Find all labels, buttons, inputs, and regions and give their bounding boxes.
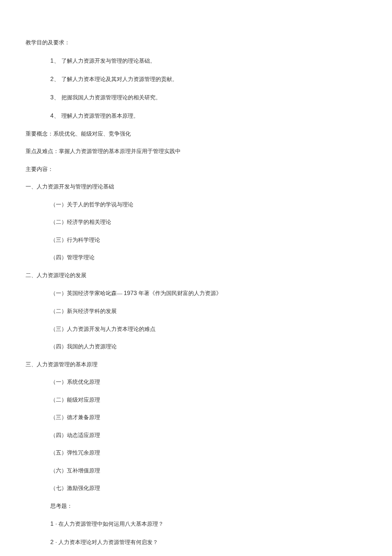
objective-text: 了解人力资本理论及其对人力资源管理的贡献。 [61, 76, 178, 82]
focus-label: 重点及难点： [26, 148, 59, 154]
part2-item: （二）新兴经济学科的发展 [26, 307, 366, 316]
part3-item: （二）能级对应原理 [26, 396, 366, 404]
part2-item: （三）人力资源开发与人力资本理论的难点 [26, 325, 366, 333]
focus-text: 掌握人力资源管理的基本原理并应用于管理实践中 [59, 148, 181, 154]
part3-item: （三）德才兼备原理 [26, 413, 366, 422]
part2-item1-year: 1973 [124, 290, 138, 296]
part3-item: （四）动态适应原理 [26, 431, 366, 440]
main-content-label: 主要内容： [26, 165, 366, 174]
part3-item: （五）弹性冗余原理 [26, 449, 366, 457]
question-num: 2 · [50, 539, 58, 545]
objective-text: 把握我国人力资源管理理论的相关研究。 [61, 94, 161, 101]
objective-num: 3、 [50, 94, 61, 101]
question-item: 1 · 在人力资源管理中如何运用八大基本原理？ [26, 519, 366, 528]
questions-label: 思考题： [26, 502, 366, 510]
objective-item: 2、 了解人力资本理论及其对人力资源管理的贡献。 [26, 75, 366, 84]
question-item: 2 · 人力资本理论对人力资源管理有何启发？ [26, 538, 366, 547]
objective-num: 1、 [50, 57, 61, 64]
part1-title: 一、人力资源开发与管理的理论基础 [26, 182, 366, 191]
objective-text: 理解人力资源管理的基本原理。 [61, 113, 139, 119]
question-text: 在人力资源管理中如何运用八大基本原理？ [58, 521, 164, 527]
objective-item: 3、 把握我国人力资源管理理论的相关研究。 [26, 93, 366, 102]
part3-item: （六）互补增值原理 [26, 466, 366, 475]
part1-item: （三）行为科学理论 [26, 236, 366, 244]
part3-item: （一）系统优化原理 [26, 378, 366, 386]
part1-item: （二）经济学的相关理论 [26, 218, 366, 226]
objective-text: 了解人力资源开发与管理的理论基础。 [61, 58, 156, 64]
part2-item: （四）我国的人力资源理论 [26, 342, 366, 351]
part2-item1-post: 年著《作为国民财富的人力资源》 [138, 290, 222, 296]
part2-item: （一）英国经济学家哈叱森— 1973 年著《作为国民财富的人力资源》 [26, 289, 366, 298]
part3-title: 三、人力资源管理的基本原理 [26, 360, 366, 369]
question-text: 人力资本理论对人力资源管理有何启发？ [58, 539, 158, 545]
part2-item1-pre: （一）英国经济学家哈叱森— [50, 290, 124, 296]
objective-num: 2、 [50, 75, 61, 82]
part3-item: （七）激励强化原理 [26, 484, 366, 492]
concepts-text: 系统优化、能级对应、竞争强化 [53, 130, 131, 137]
section-objectives-title: 教学目的及要求： [26, 38, 366, 47]
concepts-line: 重要概念：系统优化、能级对应、竞争强化 [26, 130, 366, 138]
objective-num: 4、 [50, 112, 61, 119]
concepts-label: 重要概念： [26, 130, 53, 137]
question-num: 1 · [50, 520, 58, 527]
part2-title: 二、人力资源理论的发展 [26, 271, 366, 280]
objective-item: 4、 理解人力资源管理的基本原理。 [26, 111, 366, 120]
objective-item: 1、 了解人力资源开发与管理的理论基础。 [26, 56, 366, 65]
part1-item: （一）关于人的哲学的学说与理论 [26, 200, 366, 209]
focus-line: 重点及难点：掌握人力资源管理的基本原理并应用于管理实践中 [26, 147, 366, 156]
part1-item: （四）管理学理论 [26, 253, 366, 262]
